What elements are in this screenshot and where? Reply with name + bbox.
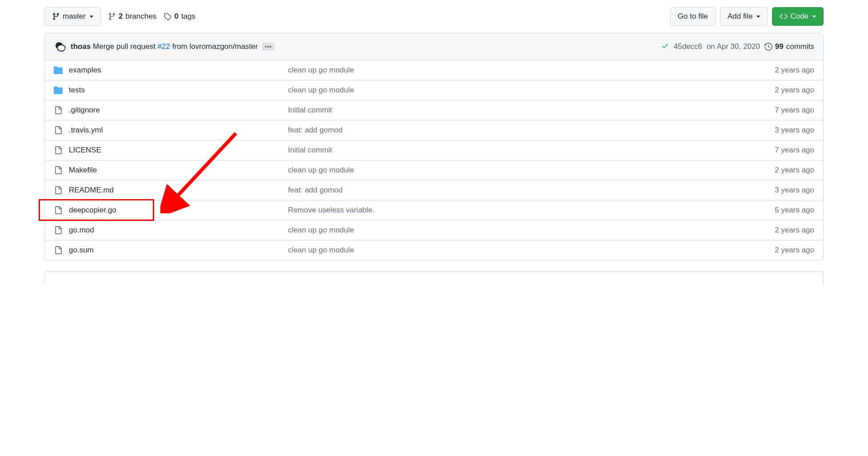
file-name-link[interactable]: README.md (69, 186, 114, 194)
table-row: deepcopier.goRemove useless variable.5 y… (45, 200, 823, 220)
branch-name: master (63, 12, 86, 21)
commit-author-link[interactable]: thoas (71, 42, 91, 51)
branch-select-button[interactable]: master (44, 7, 101, 26)
commit-message-link[interactable]: feat: add gomod (288, 186, 342, 194)
table-row: go.sumclean up go module2 years ago (45, 240, 823, 260)
folder-icon (54, 86, 63, 95)
commit-ellipsis-button[interactable]: ••• (262, 43, 275, 51)
readme-panel-top (44, 271, 824, 284)
commit-message-link[interactable]: Initial commit (288, 146, 332, 154)
commit-message-link[interactable]: clean up go module (288, 86, 354, 94)
caret-down-icon (812, 16, 816, 18)
latest-commit-row: thoas Merge pull request #22 from lovrom… (45, 33, 823, 60)
table-row: go.modclean up go module2 years ago (45, 220, 823, 240)
table-row: examplesclean up go module2 years ago (45, 60, 823, 80)
file-name-link[interactable]: examples (69, 66, 101, 74)
file-name-link[interactable]: tests (69, 86, 85, 94)
tags-count: 0 (174, 12, 178, 21)
table-row: testsclean up go module2 years ago (45, 80, 823, 100)
branches-text: branches (125, 12, 156, 21)
commit-message-link[interactable]: Initial commit (288, 106, 332, 114)
table-row: .gitignoreInitial commit7 years ago (45, 100, 823, 120)
file-name-link[interactable]: Makefile (69, 166, 97, 174)
pr-link[interactable]: #22 (158, 42, 170, 51)
repo-toolbar: master 2 branches 0 tags Go to file Add … (44, 0, 824, 33)
branches-count: 2 (119, 12, 123, 21)
commit-message-link[interactable]: clean up go module (288, 226, 354, 234)
commit-message-link[interactable]: clean up go module (288, 66, 354, 74)
file-age: 3 years ago (775, 186, 814, 195)
commit-date: on Apr 30, 2020 (707, 42, 760, 51)
file-age: 3 years ago (775, 126, 814, 135)
caret-down-icon (90, 16, 93, 18)
file-icon (54, 186, 63, 194)
file-icon (54, 106, 63, 114)
table-row: README.mdfeat: add gomod3 years ago (45, 180, 823, 200)
branch-icon (52, 12, 60, 20)
code-button[interactable]: Code (772, 7, 824, 26)
commits-text: commits (786, 42, 814, 51)
branch-icon (108, 12, 116, 20)
file-age: 2 years ago (775, 86, 814, 95)
check-icon[interactable] (661, 42, 669, 52)
file-icon (54, 246, 63, 254)
file-age: 7 years ago (775, 106, 814, 115)
file-age: 5 years ago (775, 206, 814, 215)
avatar[interactable] (54, 40, 66, 53)
file-name-link[interactable]: deepcopier.go (69, 206, 116, 214)
commit-message-prefix: Merge pull request (93, 42, 158, 51)
file-age: 7 years ago (775, 146, 814, 155)
code-icon (780, 12, 788, 20)
file-icon (54, 146, 63, 154)
file-icon (54, 226, 63, 234)
file-name-link[interactable]: LICENSE (69, 146, 101, 154)
file-icon (54, 126, 63, 134)
file-name-link[interactable]: go.sum (69, 246, 94, 254)
commit-message-link[interactable]: feat: add gomod (288, 126, 342, 134)
branches-link[interactable]: 2 branches (108, 12, 156, 21)
commit-message-link[interactable]: clean up go module (288, 166, 354, 174)
history-icon (764, 43, 772, 51)
file-name-link[interactable]: .gitignore (69, 106, 100, 114)
file-listing: thoas Merge pull request #22 from lovrom… (44, 33, 824, 260)
tags-text: tags (181, 12, 195, 21)
commit-message-link[interactable]: Remove useless variable. (288, 206, 374, 214)
commit-sha-link[interactable]: 45decc6 (673, 42, 702, 51)
commits-link[interactable]: 99 commits (764, 42, 814, 51)
file-name-link[interactable]: go.mod (69, 226, 94, 234)
commit-message-suffix: from lovromazgon/master (170, 42, 258, 51)
file-age: 2 years ago (775, 166, 814, 175)
file-name-link[interactable]: .travis.yml (69, 126, 103, 134)
table-row: .travis.ymlfeat: add gomod3 years ago (45, 120, 823, 140)
add-file-button[interactable]: Add file (720, 7, 768, 26)
caret-down-icon (757, 16, 760, 18)
file-age: 2 years ago (775, 66, 814, 75)
file-icon (54, 206, 63, 214)
table-row: LICENSEInitial commit7 years ago (45, 140, 823, 160)
folder-icon (54, 66, 63, 75)
file-icon (54, 166, 63, 174)
go-to-file-button[interactable]: Go to file (670, 7, 716, 26)
table-row: Makefileclean up go module2 years ago (45, 160, 823, 180)
file-age: 2 years ago (775, 226, 814, 235)
commit-message-link[interactable]: clean up go module (288, 246, 354, 254)
tags-link[interactable]: 0 tags (163, 12, 195, 21)
commits-count: 99 (775, 42, 784, 51)
tag-icon (163, 12, 171, 20)
file-age: 2 years ago (775, 246, 814, 255)
